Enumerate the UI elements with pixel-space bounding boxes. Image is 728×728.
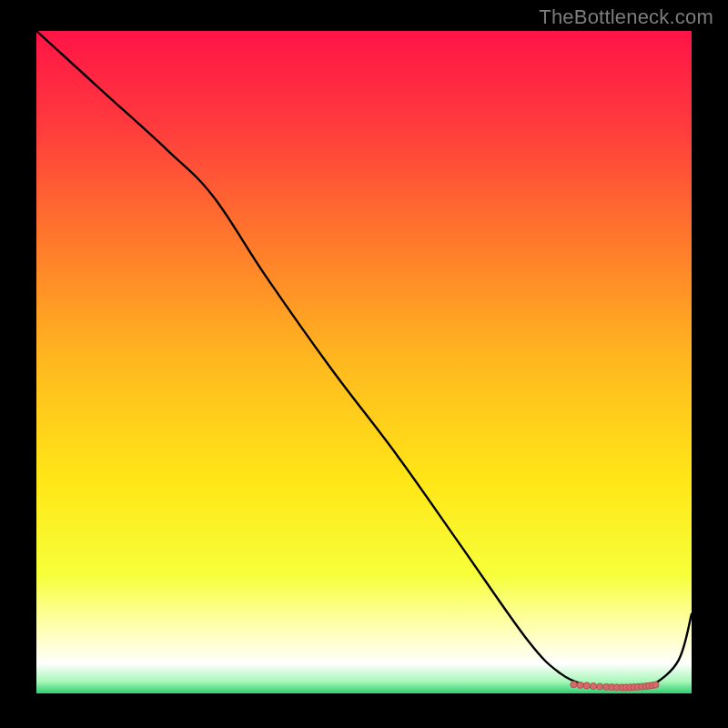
chart-svg — [36, 31, 692, 693]
data-dot — [577, 682, 583, 688]
data-dot — [590, 682, 596, 689]
watermark-text: TheBottleneck.com — [539, 5, 713, 29]
chart-area — [36, 31, 692, 693]
data-dot — [652, 682, 659, 688]
gradient-background — [36, 31, 692, 693]
data-dot — [597, 683, 603, 690]
data-dot — [583, 682, 590, 689]
data-dot — [571, 682, 577, 688]
